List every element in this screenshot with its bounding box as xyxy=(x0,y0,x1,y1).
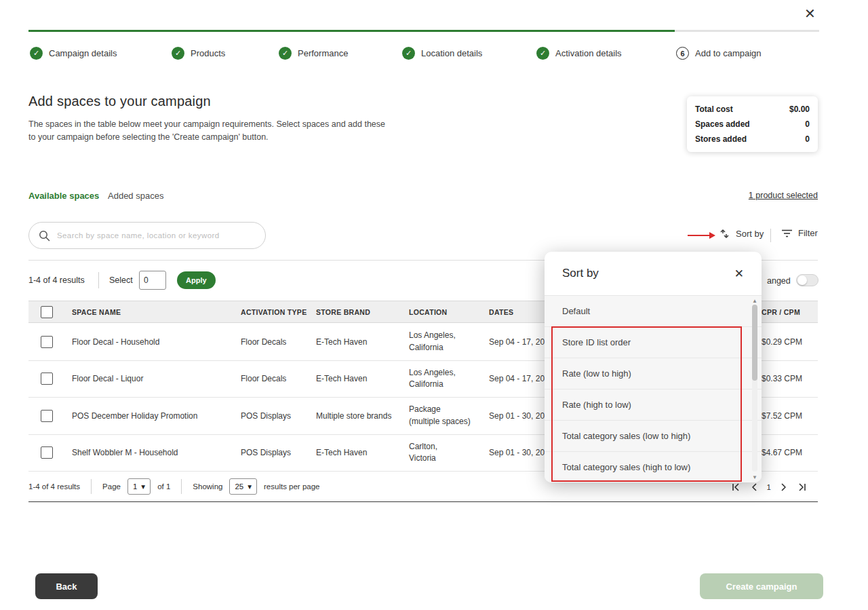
toggle-switch[interactable] xyxy=(796,274,818,286)
select-count-input[interactable] xyxy=(139,271,166,290)
cell-activation-type: Floor Decals xyxy=(241,324,286,360)
summary-label: Total cost xyxy=(695,104,733,114)
sort-option-rate-high-low[interactable]: Rate (high to low) xyxy=(545,389,762,420)
step-label: Products xyxy=(191,48,225,58)
toolbar-divider xyxy=(770,229,771,242)
step-label: Campaign details xyxy=(49,48,117,58)
cell-dates: Sep 01 - 30, 202 xyxy=(489,435,549,472)
check-icon: ✓ xyxy=(172,47,184,60)
step-location-details[interactable]: ✓ Location details xyxy=(402,47,482,60)
cell-space-name: Shelf Wobbler M - Household xyxy=(72,435,178,472)
popup-scrollbar-thumb[interactable] xyxy=(752,305,757,381)
step-add-to-campaign[interactable]: 6 Add to campaign xyxy=(676,47,762,60)
summary-value: 0 xyxy=(805,134,810,144)
sort-icon xyxy=(719,228,730,240)
step-label: Performance xyxy=(298,48,348,58)
row-checkbox[interactable] xyxy=(41,446,53,459)
sort-by-label: Sort by xyxy=(736,229,764,239)
step-label: Location details xyxy=(421,48,482,58)
row-checkbox[interactable] xyxy=(41,336,53,348)
column-header-store-brand[interactable]: STORE BRAND xyxy=(316,301,370,322)
filter-button[interactable]: Filter xyxy=(781,228,818,238)
cell-space-name: Floor Decal - Household xyxy=(72,324,159,360)
scroll-up-icon[interactable]: ▲ xyxy=(752,298,757,304)
page-title: Add spaces to your campaign xyxy=(28,94,211,109)
page-select[interactable]: 1 ▾ xyxy=(127,478,151,495)
sort-by-popup: Sort by ✕ Default Store ID list order Ra… xyxy=(545,252,762,482)
chevron-down-icon: ▾ xyxy=(248,482,252,491)
filter-label: Filter xyxy=(798,228,818,238)
pagination-count: 1-4 of 4 results xyxy=(28,482,80,491)
chevron-down-icon: ▾ xyxy=(141,482,145,491)
close-icon[interactable]: ✕ xyxy=(734,267,744,281)
cell-activation-type: POS Displays xyxy=(241,398,291,434)
column-header-space-name[interactable]: SPACE NAME xyxy=(72,301,121,322)
tab-available-spaces[interactable]: Available spaces xyxy=(28,191,99,201)
step-activation-details[interactable]: ✓ Activation details xyxy=(536,47,622,60)
select-all-checkbox[interactable] xyxy=(41,306,53,318)
step-products[interactable]: ✓ Products xyxy=(172,47,225,60)
cell-cpr-cpm: $0.29 CPM xyxy=(762,324,802,360)
cell-space-name: Floor Decal - Liquor xyxy=(72,361,143,398)
next-page-icon[interactable] xyxy=(781,482,787,492)
summary-row: Stores added 0 xyxy=(695,134,810,144)
toggle-knob xyxy=(797,275,807,285)
summary-value: $0.00 xyxy=(789,104,810,114)
campaign-wizard-modal: ✕ ✓ Campaign details ✓ Products ✓ Perfor… xyxy=(0,0,868,610)
cell-store-brand: Multiple store brands xyxy=(316,398,391,434)
progress-fill xyxy=(28,30,675,32)
per-page-select[interactable]: 25 ▾ xyxy=(229,478,257,495)
sort-option-store-id[interactable]: Store ID list order xyxy=(545,326,762,358)
sort-options-list: Default Store ID list order Rate (low to… xyxy=(545,295,762,482)
select-label: Select xyxy=(109,275,133,285)
check-icon: ✓ xyxy=(402,47,415,60)
cell-dates: Sep 04 - 17, 202 xyxy=(489,324,549,360)
pagination-divider xyxy=(181,479,182,494)
column-header-dates[interactable]: DATES xyxy=(489,301,513,322)
sort-option-default[interactable]: Default xyxy=(545,295,762,326)
sort-popup-header: Sort by ✕ xyxy=(545,252,762,295)
sort-popup-title: Sort by xyxy=(562,267,599,280)
cell-activation-type: POS Displays xyxy=(241,435,291,472)
last-page-icon[interactable] xyxy=(797,482,807,492)
product-selected-link[interactable]: 1 product selected xyxy=(749,191,818,200)
cell-location: Carlton, Victoria xyxy=(409,435,437,472)
check-icon: ✓ xyxy=(536,47,549,60)
cell-store-brand: E-Tech Haven xyxy=(316,324,367,360)
cell-cpr-cpm: $0.33 CPM xyxy=(762,361,802,398)
search-icon xyxy=(39,230,50,242)
column-header-cpr-cpm[interactable]: CPR / CPM xyxy=(762,301,800,322)
step-label: Add to campaign xyxy=(695,48,762,58)
step-performance[interactable]: ✓ Performance xyxy=(279,47,348,60)
tab-added-spaces[interactable]: Added spaces xyxy=(108,191,163,201)
step-campaign-details[interactable]: ✓ Campaign details xyxy=(30,47,117,60)
per-page-suffix: results per page xyxy=(264,482,319,491)
create-campaign-button[interactable]: Create campaign xyxy=(700,573,823,599)
sort-option-sales-high-low[interactable]: Total category sales (high to low) xyxy=(545,451,762,482)
step-number: 6 xyxy=(676,47,689,60)
first-page-icon[interactable] xyxy=(731,482,741,492)
summary-label: Spaces added xyxy=(695,119,750,129)
pagination-divider xyxy=(91,479,92,494)
page-select-value: 1 xyxy=(133,482,137,491)
current-page-number[interactable]: 1 xyxy=(767,483,771,491)
back-button[interactable]: Back xyxy=(35,573,98,599)
cell-dates: Sep 04 - 17, 202 xyxy=(489,361,549,398)
row-checkbox[interactable] xyxy=(41,410,53,422)
close-icon[interactable]: ✕ xyxy=(804,5,816,22)
column-header-location[interactable]: LOCATION xyxy=(409,301,447,322)
search-input[interactable] xyxy=(57,231,256,240)
page-label: Page xyxy=(102,482,121,491)
scroll-down-icon[interactable]: ▼ xyxy=(752,474,757,480)
apply-button[interactable]: Apply xyxy=(177,271,216,289)
cell-space-name: POS December Holiday Promotion xyxy=(72,398,197,434)
search-box xyxy=(28,222,266,249)
sort-by-button[interactable]: Sort by xyxy=(719,228,764,240)
cell-location: Package (multiple spaces) xyxy=(409,398,471,434)
sort-option-sales-low-high[interactable]: Total category sales (low to high) xyxy=(545,420,762,451)
summary-value: 0 xyxy=(805,119,810,129)
prev-page-icon[interactable] xyxy=(751,482,757,492)
row-checkbox[interactable] xyxy=(41,373,53,385)
sort-option-rate-low-high[interactable]: Rate (low to high) xyxy=(545,358,762,389)
column-header-activation-type[interactable]: ACTIVATION TYPE xyxy=(241,301,307,322)
